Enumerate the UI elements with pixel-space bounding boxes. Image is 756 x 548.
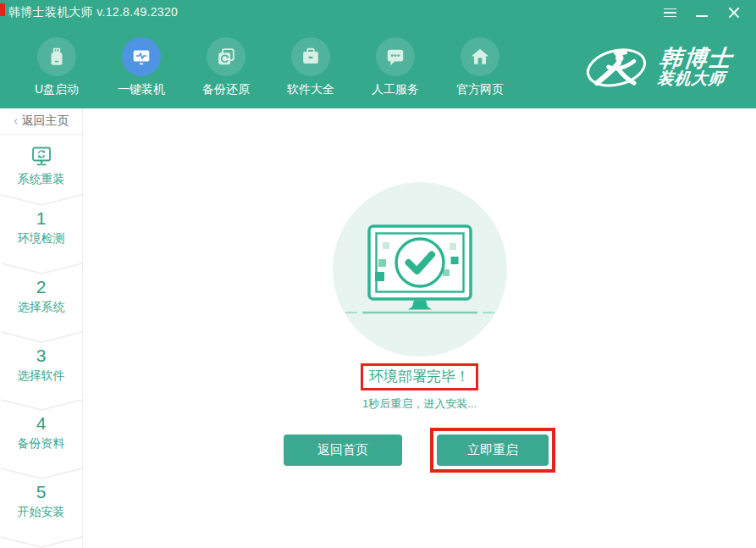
- app-body: ‹ 返回主页 系统重装 1 环境检测: [0, 108, 756, 548]
- section-label: 系统重装: [18, 172, 65, 187]
- chevron-divider: [0, 193, 83, 206]
- chevron-divider: [0, 398, 83, 411]
- sidebar-step-5: 5 开始安装: [0, 479, 82, 535]
- main-content: 环境部署完毕！ 1秒后重启，进入安装... 返回首页 立即重启: [83, 108, 756, 548]
- nav-label: 软件大全: [287, 82, 334, 97]
- nav-item-backup-restore[interactable]: 备份还原: [184, 37, 268, 97]
- backup-restore-icon: [207, 37, 246, 76]
- step-label: 环境检测: [18, 231, 65, 246]
- nav-label: U盘启动: [35, 82, 79, 97]
- back-home-button[interactable]: 返回首页: [284, 435, 402, 466]
- status-message: 环境部署完毕！: [369, 368, 470, 385]
- usb-drive-icon: [37, 37, 76, 76]
- nav-label: 备份还原: [202, 82, 250, 97]
- close-icon[interactable]: [726, 4, 742, 21]
- briefcase-icon: [291, 37, 330, 76]
- sidebar-step-1: 1 环境检测: [0, 206, 82, 262]
- annotation-box-restart: 立即重启: [430, 428, 555, 473]
- sidebar-step-3: 3 选择软件: [0, 343, 82, 399]
- nav-item-official-site[interactable]: 官方网页: [438, 37, 522, 97]
- back-to-home-link[interactable]: ‹ 返回主页: [0, 108, 82, 135]
- brand-name: 韩博士: [659, 47, 735, 70]
- nav-label: 人工服务: [372, 82, 419, 97]
- step-label: 备份资料: [18, 436, 65, 451]
- countdown-message: 1秒后重启，进入安装...: [362, 396, 477, 412]
- sidebar: ‹ 返回主页 系统重装 1 环境检测: [0, 108, 83, 548]
- chevron-divider: [0, 330, 83, 343]
- step-number: 3: [36, 345, 47, 367]
- action-buttons-row: 返回首页 立即重启: [284, 428, 555, 473]
- step-label: 选择软件: [18, 368, 65, 384]
- nav-label: 官方网页: [456, 82, 504, 97]
- step-label: 开始安装: [18, 505, 65, 520]
- header-nav: U盘启动 一键装机 备份还原: [0, 25, 756, 108]
- nav-item-usb-boot[interactable]: U盘启动: [14, 37, 99, 97]
- titlebar: 韩博士装机大师 v.12.8.49.2320: [0, 0, 756, 25]
- chevron-divider: [0, 262, 83, 274]
- chevron-divider: [0, 467, 83, 479]
- step-number: 4: [36, 412, 47, 435]
- restart-now-button[interactable]: 立即重启: [437, 435, 549, 466]
- app-title: 韩博士装机大师 v.12.8.49.2320: [0, 5, 178, 20]
- success-monitor-illustration: [333, 182, 507, 357]
- sidebar-section-system-reinstall: 系统重装: [0, 135, 82, 193]
- brand-logo-text: 韩博士 装机大师: [656, 47, 734, 87]
- annotation-box-status: 环境部署完毕！: [361, 363, 478, 390]
- brand-logo: 韩博士 装机大师: [584, 41, 732, 93]
- monitor-pulse-icon: [122, 37, 161, 76]
- chevron-divider: [0, 535, 83, 548]
- brand-subtitle: 装机大师: [656, 70, 731, 87]
- nav-item-one-click-install[interactable]: 一键装机: [99, 37, 184, 97]
- nav-item-support[interactable]: 人工服务: [353, 37, 438, 97]
- nav-label: 一键装机: [118, 82, 165, 97]
- nav-item-software[interactable]: 软件大全: [268, 37, 353, 97]
- sidebar-step-2: 2 选择系统: [0, 274, 82, 330]
- step-label: 选择系统: [18, 300, 65, 315]
- home-icon: [461, 37, 499, 76]
- minimize-icon[interactable]: [693, 4, 710, 21]
- window-controls: [661, 4, 756, 21]
- menu-icon[interactable]: [661, 4, 678, 21]
- app-window: 韩博士装机大师 v.12.8.49.2320 U盘启动: [0, 0, 756, 548]
- hanboshi-logo-mark: [584, 41, 648, 93]
- sidebar-step-4: 4 备份资料: [0, 411, 82, 467]
- red-corner-mark: [0, 3, 5, 16]
- back-label: 返回主页: [22, 113, 69, 129]
- chat-bubble-icon: [376, 37, 415, 76]
- chevron-left-icon: ‹: [14, 113, 19, 129]
- step-number: 2: [36, 276, 47, 298]
- step-number: 1: [36, 208, 47, 230]
- monitor-refresh-icon: [29, 146, 54, 169]
- step-number: 5: [36, 481, 47, 503]
